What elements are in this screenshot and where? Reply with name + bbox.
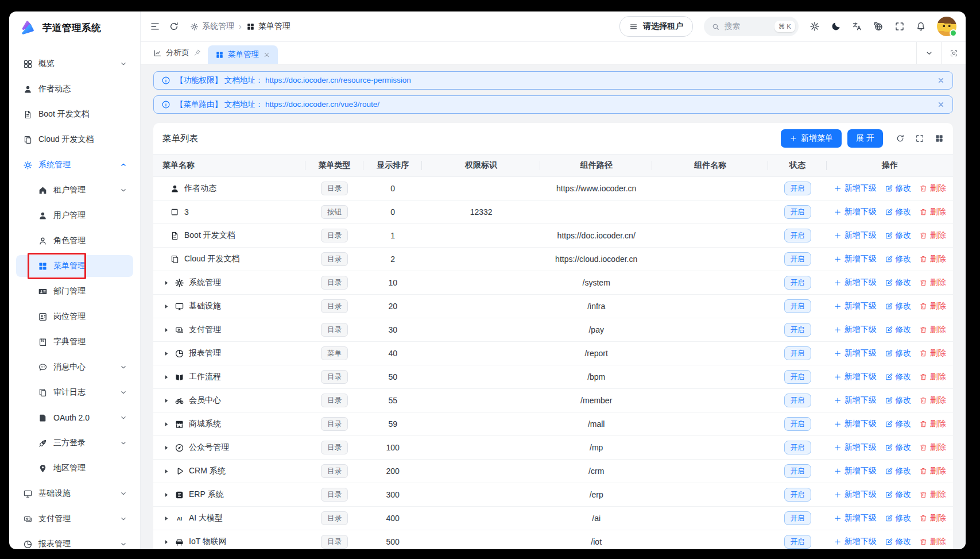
fullscreen-icon[interactable] — [894, 21, 905, 32]
delete-link[interactable]: 删除 — [919, 301, 946, 311]
add-child-link[interactable]: 新增下级 — [834, 183, 877, 194]
delete-link[interactable]: 删除 — [919, 466, 946, 476]
expand-row-icon[interactable] — [162, 373, 170, 381]
add-child-link[interactable]: 新增下级 — [834, 230, 877, 241]
add-child-link[interactable]: 新增下级 — [834, 395, 877, 406]
add-child-link[interactable]: 新增下级 — [834, 489, 877, 500]
timezone-icon[interactable] — [873, 21, 884, 32]
tab-dropdown-button[interactable] — [916, 42, 941, 64]
delete-link[interactable]: 删除 — [919, 348, 946, 358]
expand-row-icon[interactable] — [162, 491, 170, 499]
select-tenant-button[interactable]: 请选择租户 — [619, 16, 693, 37]
breadcrumb-item-system[interactable]: 系统管理 — [190, 21, 234, 32]
sidebar-item-Boot 开发文档[interactable]: Boot 开发文档 — [16, 103, 133, 125]
edit-link[interactable]: 修改 — [885, 207, 912, 217]
close-icon[interactable] — [937, 101, 945, 109]
sidebar-item-OAuth 2.0[interactable]: OAuth 2.0 — [16, 407, 133, 429]
expand-row-icon[interactable] — [162, 421, 170, 428]
add-child-link[interactable]: 新增下级 — [834, 537, 877, 547]
edit-link[interactable]: 修改 — [885, 419, 912, 429]
add-child-link[interactable]: 新增下级 — [834, 254, 877, 264]
edit-link[interactable]: 修改 — [885, 513, 912, 523]
pin-icon[interactable] — [193, 49, 202, 57]
add-child-link[interactable]: 新增下级 — [834, 466, 877, 476]
delete-link[interactable]: 删除 — [919, 513, 946, 523]
add-child-link[interactable]: 新增下级 — [834, 207, 877, 217]
add-child-link[interactable]: 新增下级 — [834, 442, 877, 453]
sidebar-item-地区管理[interactable]: 地区管理 — [16, 457, 133, 479]
add-child-link[interactable]: 新增下级 — [834, 513, 877, 523]
expand-row-icon[interactable] — [162, 350, 170, 357]
edit-link[interactable]: 修改 — [885, 230, 912, 241]
collapse-sidebar-icon[interactable] — [150, 21, 160, 32]
delete-link[interactable]: 删除 — [919, 442, 946, 453]
add-child-link[interactable]: 新增下级 — [834, 325, 877, 335]
content-fullscreen-button[interactable] — [941, 42, 966, 64]
delete-link[interactable]: 删除 — [919, 183, 946, 194]
add-menu-button[interactable]: 新增菜单 — [781, 129, 842, 148]
edit-link[interactable]: 修改 — [885, 254, 912, 264]
edit-link[interactable]: 修改 — [885, 277, 912, 288]
tab-analysis[interactable]: 分析页 — [146, 42, 208, 64]
avatar[interactable] — [937, 17, 956, 36]
sidebar-item-菜单管理[interactable]: 菜单管理 — [16, 255, 133, 277]
expand-row-icon[interactable] — [162, 515, 170, 522]
sidebar-item-部门管理[interactable]: 部门管理 — [16, 280, 133, 302]
sidebar-item-岗位管理[interactable]: 岗位管理 — [16, 306, 133, 327]
expand-row-icon[interactable] — [162, 538, 170, 546]
sidebar-item-角色管理[interactable]: 角色管理 — [16, 230, 133, 252]
delete-link[interactable]: 删除 — [919, 254, 946, 264]
table-fullscreen-icon[interactable] — [915, 134, 924, 143]
sidebar-item-三方登录[interactable]: 三方登录 — [16, 432, 133, 454]
delete-link[interactable]: 删除 — [919, 372, 946, 382]
sidebar-item-租户管理[interactable]: 租户管理 — [16, 179, 133, 201]
delete-link[interactable]: 删除 — [919, 207, 946, 217]
column-settings-icon[interactable] — [935, 134, 944, 143]
close-tab-icon[interactable] — [263, 51, 270, 59]
expand-all-button[interactable]: 展 开 — [847, 129, 883, 148]
delete-link[interactable]: 删除 — [919, 489, 946, 500]
edit-link[interactable]: 修改 — [885, 301, 912, 311]
breadcrumb-item-menu[interactable]: 菜单管理 — [246, 21, 290, 32]
expand-row-icon[interactable] — [162, 444, 170, 452]
edit-link[interactable]: 修改 — [885, 489, 912, 500]
delete-link[interactable]: 删除 — [919, 395, 946, 406]
expand-row-icon[interactable] — [162, 468, 170, 475]
edit-link[interactable]: 修改 — [885, 537, 912, 547]
edit-link[interactable]: 修改 — [885, 466, 912, 476]
delete-link[interactable]: 删除 — [919, 325, 946, 335]
sidebar-item-基础设施[interactable]: 基础设施 — [16, 483, 133, 504]
doc-link[interactable]: https://doc.iocoder.cn/resource-permissi… — [265, 76, 411, 84]
settings-icon[interactable] — [809, 21, 820, 32]
sidebar-item-消息中心[interactable]: 消息中心 — [16, 356, 133, 378]
dark-mode-icon[interactable] — [831, 21, 841, 32]
edit-link[interactable]: 修改 — [885, 442, 912, 453]
sidebar-item-概览[interactable]: 概览 — [16, 53, 133, 75]
language-icon[interactable] — [852, 21, 862, 32]
sidebar-item-系统管理[interactable]: 系统管理 — [16, 154, 133, 176]
expand-row-icon[interactable] — [162, 397, 170, 404]
notifications-icon[interactable] — [916, 21, 926, 32]
tab-menu-management[interactable]: 菜单管理 — [208, 45, 278, 64]
sidebar-item-作者动态[interactable]: 作者动态 — [16, 78, 133, 100]
delete-link[interactable]: 删除 — [919, 537, 946, 547]
sidebar-item-审计日志[interactable]: 审计日志 — [16, 381, 133, 403]
delete-link[interactable]: 删除 — [919, 230, 946, 241]
edit-link[interactable]: 修改 — [885, 348, 912, 358]
add-child-link[interactable]: 新增下级 — [834, 419, 877, 429]
sidebar-item-用户管理[interactable]: 用户管理 — [16, 205, 133, 226]
add-child-link[interactable]: 新增下级 — [834, 372, 877, 382]
search-input[interactable]: 搜索 ⌘ K — [704, 17, 799, 36]
sidebar-item-Cloud 开发文档[interactable]: Cloud 开发文档 — [16, 129, 133, 151]
expand-row-icon[interactable] — [162, 279, 170, 287]
add-child-link[interactable]: 新增下级 — [834, 301, 877, 311]
delete-link[interactable]: 删除 — [919, 419, 946, 429]
app-logo[interactable]: 芋道管理系统 — [9, 11, 140, 45]
edit-link[interactable]: 修改 — [885, 325, 912, 335]
edit-link[interactable]: 修改 — [885, 372, 912, 382]
edit-link[interactable]: 修改 — [885, 183, 912, 194]
add-child-link[interactable]: 新增下级 — [834, 277, 877, 288]
delete-link[interactable]: 删除 — [919, 277, 946, 288]
sidebar-item-字典管理[interactable]: 字典管理 — [16, 331, 133, 353]
refresh-table-icon[interactable] — [896, 134, 905, 143]
